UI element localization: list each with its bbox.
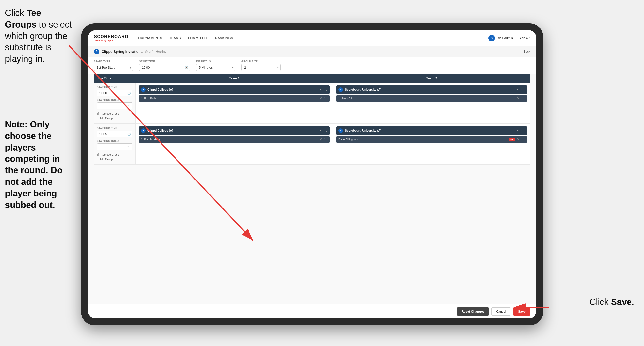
- note-instruction: Note: Only choose the players competing …: [5, 119, 74, 211]
- powered-by: Powered by clippd: [94, 39, 128, 42]
- navbar: SCOREBOARD Powered by clippd TOURNAMENTS…: [88, 30, 536, 46]
- group1-team2-icon: S: [338, 87, 343, 92]
- group1-hole-select[interactable]: 1: [97, 102, 132, 109]
- group1-time-wrap: 🕐: [97, 90, 132, 96]
- instructions-panel: Click Tee Groups to select which group t…: [0, 0, 79, 218]
- group1-team2-cell: S Scoreboard University (A) ✕ ⌃⌄ 1. Rees…: [333, 82, 530, 123]
- group2-team2-sort-icon[interactable]: ⌃⌄: [521, 129, 525, 132]
- start-time-label: Start Time: [139, 60, 190, 63]
- nav-logo: SCOREBOARD Powered by clippd: [94, 34, 128, 42]
- nav-committee[interactable]: COMMITTEE: [188, 35, 208, 41]
- nav-rankings[interactable]: RANKINGS: [215, 35, 233, 41]
- breadcrumb-bar: B Clippd Spring Invitational (Men) Hosti…: [88, 46, 536, 57]
- cancel-button[interactable]: Cancel: [491, 308, 510, 316]
- group1-time-label: STARTING TIME:: [97, 86, 132, 89]
- group2-remove-group-button[interactable]: 🗑 Remove Group: [97, 153, 132, 156]
- nav-right: B blair admin | Sign out: [488, 35, 530, 41]
- group1-team1-name: Clippd College (A): [148, 88, 317, 91]
- group2-hole-select[interactable]: 1: [97, 143, 132, 150]
- group1-team1-player1-remove[interactable]: ✕: [320, 97, 322, 100]
- group2-hole-label: STARTING HOLE:: [97, 140, 132, 142]
- group2-add-group-button[interactable]: + Add Group: [97, 157, 132, 161]
- start-time-wrap: 🕐: [139, 64, 190, 71]
- group2-team1-card[interactable]: B Clippd College (A) ✕ ⌃⌄: [139, 126, 330, 135]
- group2-hole-wrap: 1: [97, 143, 132, 150]
- group1-team2-controls: ✕ ⌃⌄: [516, 88, 525, 91]
- group1-controls: STARTING TIME: 🕐 STARTING HOLE: 1: [94, 82, 136, 123]
- group1-team2-remove-icon[interactable]: ✕: [516, 88, 519, 91]
- group1-clock-icon: 🕐: [127, 91, 131, 94]
- group1-team2-sort-icon[interactable]: ⌃⌄: [521, 88, 525, 91]
- back-button[interactable]: ‹ Back: [521, 50, 530, 53]
- group-size-select[interactable]: 2: [242, 64, 281, 71]
- group1-team2-player1-sort[interactable]: ⌃⌄: [521, 97, 525, 100]
- group2-team2-player1-name: Dave Billingham: [338, 138, 507, 141]
- grid-header: Tee Time Team 1 Team 2: [94, 74, 530, 82]
- group2-team2-icon: S: [338, 128, 343, 133]
- click-save-annotation: Click Save.: [590, 297, 634, 307]
- group2-clock-icon: 🕐: [127, 132, 131, 136]
- group2-team1-controls: ✕ ⌃⌄: [319, 129, 328, 132]
- reset-changes-button[interactable]: Reset Changes: [457, 308, 489, 316]
- group2-team2-player1-sort[interactable]: ⌃⌄: [521, 138, 525, 141]
- group2-team2-controls: ✕ ⌃⌄: [516, 129, 525, 132]
- group2-team2-remove-icon[interactable]: ✕: [516, 129, 519, 132]
- group2-team1-player1-remove[interactable]: ✕: [320, 138, 322, 141]
- nav-teams[interactable]: TEAMS: [169, 35, 181, 41]
- group-size-label: Group Size: [242, 60, 281, 63]
- group2-team2-name: Scoreboard University (A): [345, 129, 514, 132]
- group1-team1-remove-icon[interactable]: ✕: [319, 88, 322, 91]
- start-type-label: Start Type: [94, 60, 133, 63]
- group1-team1-controls: ✕ ⌃⌄: [319, 88, 328, 91]
- plus-icon: +: [97, 116, 98, 120]
- group1-team1-player1-name: 1. Rich Butler: [141, 97, 318, 100]
- group2-team1-player1-name: 2. Blair McHarg: [141, 138, 318, 141]
- tee-grid: Tee Time Team 1 Team 2 STARTING TIME: 🕐 …: [88, 74, 536, 170]
- tee-group-2: STARTING TIME: 🕐 STARTING HOLE: 1: [94, 123, 530, 165]
- sign-out-link[interactable]: Sign out: [519, 36, 530, 40]
- group1-team2-player1-remove[interactable]: ✕: [517, 97, 520, 100]
- settings-bar: Start Type 1st Tee Start Start Time 🕐: [88, 57, 536, 74]
- header-tee-time: Tee Time: [94, 74, 136, 82]
- group1-team2-card[interactable]: S Scoreboard University (A) ✕ ⌃⌄: [336, 85, 527, 94]
- breadcrumb-title: Clippd Spring Invitational: [102, 50, 144, 53]
- start-time-input[interactable]: [139, 64, 190, 71]
- group1-team2-player1-name: 1. Rees Britt: [338, 97, 516, 100]
- intervals-select[interactable]: 5 Minutes: [196, 64, 236, 71]
- group2-team2-card[interactable]: S Scoreboard University (A) ✕ ⌃⌄: [336, 126, 527, 135]
- group1-remove-group-button[interactable]: 🗑 Remove Group: [97, 112, 132, 115]
- group1-hole-wrap: 1: [97, 102, 132, 109]
- group2-team1-player1-sort[interactable]: ⌃⌄: [324, 138, 328, 141]
- group2-controls: STARTING TIME: 🕐 STARTING HOLE: 1: [94, 123, 136, 164]
- group2-team2-player1-remove[interactable]: ✕: [517, 138, 520, 141]
- breadcrumb-subtitle: (Men): [145, 50, 154, 53]
- start-type-select-wrap[interactable]: 1st Tee Start: [94, 64, 133, 71]
- group2-team1-sort-icon[interactable]: ⌃⌄: [324, 129, 328, 132]
- group1-team1-player1-sort[interactable]: ⌃⌄: [324, 97, 328, 100]
- header-team1: Team 1: [136, 74, 333, 82]
- group1-team1-card[interactable]: B Clippd College (A) ✕ ⌃⌄: [139, 85, 330, 94]
- group2-team2-player1: Dave Billingham SUB ✕ ⌃⌄: [336, 136, 527, 143]
- footer-bar: Reset Changes Cancel Save: [88, 304, 536, 319]
- nav-tournaments[interactable]: TOURNAMENTS: [136, 35, 162, 41]
- intervals-select-wrap[interactable]: 5 Minutes: [196, 64, 236, 71]
- start-type-field: Start Type 1st Tee Start: [94, 60, 133, 71]
- group2-team1-player1: 2. Blair McHarg ✕ ⌃⌄: [139, 136, 330, 143]
- save-button[interactable]: Save: [513, 308, 530, 316]
- group2-plus-icon: +: [97, 157, 98, 161]
- tablet-screen: SCOREBOARD Powered by clippd TOURNAMENTS…: [88, 30, 536, 319]
- main-instruction: Click Tee Groups to select which group t…: [5, 7, 74, 65]
- group2-time-wrap: 🕐: [97, 131, 132, 137]
- group1-team1-sort-icon[interactable]: ⌃⌄: [324, 88, 328, 91]
- group1-add-group-button[interactable]: + Add Group: [97, 116, 132, 120]
- group-size-select-wrap[interactable]: 2: [242, 64, 281, 71]
- group1-team2-name: Scoreboard University (A): [345, 88, 514, 91]
- group2-team1-cell: B Clippd College (A) ✕ ⌃⌄ 2. Blair McHar…: [136, 123, 333, 164]
- group2-team1-remove-icon[interactable]: ✕: [319, 129, 322, 132]
- breadcrumb-icon: B: [94, 49, 99, 54]
- group2-time-label: STARTING TIME:: [97, 127, 132, 130]
- nav-items: TOURNAMENTS TEAMS COMMITTEE RANKINGS: [136, 35, 488, 41]
- group2-team1-name: Clippd College (A): [148, 129, 317, 132]
- user-name: blair admin: [497, 36, 513, 40]
- start-type-select[interactable]: 1st Tee Start: [94, 64, 133, 71]
